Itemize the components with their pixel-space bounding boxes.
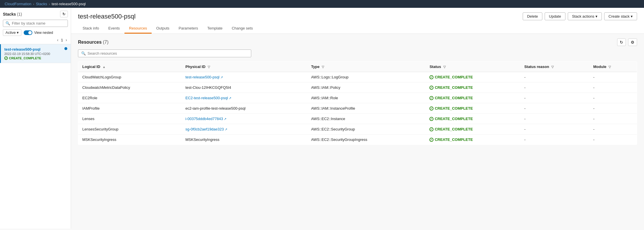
col-status-label: Status [429,65,441,69]
cell-status: ✓CREATE_COMPLETE [425,103,520,114]
sort-icon-status-reason: ▽ [551,65,554,69]
tab-resources[interactable]: Resources [124,24,152,34]
chevron-down-icon: ▾ [17,30,19,35]
status-text: CREATE_COMPLETE [435,127,473,131]
sidebar-search-icon: 🔍 [5,21,10,25]
tab-outputs[interactable]: Outputs [152,24,174,34]
status-complete-icon: ✓ [429,96,433,100]
stack-item-status: CREATE_COMPLETE [4,56,67,60]
cell-type: AWS::IAM::InstanceProfile [307,103,425,114]
table-row: LensesSecurityGroupsg-0f0cb2aef19dae323↗… [78,124,637,135]
sidebar-title: Stacks (1) [3,12,22,16]
physical-id-link[interactable]: test-release500-psql [185,75,219,79]
pagination-next-button[interactable]: › [65,38,68,42]
col-type-label: Type [311,65,319,69]
status-text: CREATE_COMPLETE [435,137,473,142]
cell-logical-id: LensesSecurityGroup [78,124,181,135]
col-header-logical-id[interactable]: Logical ID ▲ [78,62,181,72]
sidebar-filter-row: Active ▾ View nested [3,29,68,36]
table-row: CloudwatchMetricDataPolicytest-Clou-12IH… [78,82,637,93]
status-complete-icon: ✓ [429,86,433,90]
cell-status-reason: - [520,103,589,114]
panel-actions: ↻ ⚙ [617,38,637,46]
cell-status-reason: - [520,72,589,82]
view-nested-label: View nested [34,31,53,35]
stack-list-item[interactable]: test-release500-psql 2022-02-19 15:58:30… [0,44,71,63]
sidebar-search-input[interactable] [12,21,65,25]
cell-physical-id[interactable]: test-release500-psql↗ [181,72,307,82]
col-header-status[interactable]: Status ▽ [425,62,520,72]
cell-type: AWS::IAM::Role [307,93,425,103]
table-row: CloudWatchLogsGrouptest-release500-psql↗… [78,72,637,82]
resources-search-input[interactable] [88,51,248,56]
resources-table-body: CloudWatchLogsGrouptest-release500-psql↗… [78,72,637,145]
col-header-physical-id[interactable]: Physical ID ▽ [181,62,307,72]
cell-status-reason: - [520,82,589,93]
cell-physical-id[interactable]: i-00375dddb4ed77843↗ [181,114,307,124]
cell-physical-id[interactable]: sg-0f0cb2aef19dae323↗ [181,124,307,135]
tab-events[interactable]: Events [104,24,124,34]
resources-settings-button[interactable]: ⚙ [628,38,637,46]
pagination-prev-button[interactable]: ‹ [56,38,59,42]
tab-change-sets[interactable]: Change sets [227,24,257,34]
stack-item-name: test-release500-psql [4,47,67,51]
sidebar-title-text: Stacks [3,12,16,16]
breadcrumb-stacks[interactable]: Stacks [36,2,47,6]
status-complete-icon: ✓ [429,117,433,121]
col-header-module[interactable]: Module ▽ [589,62,637,72]
cell-physical-id: ec2-iam-profile-test-release500-psql [181,103,307,114]
table-row: Lensesi-00375dddb4ed77843↗AWS::EC2::Inst… [78,114,637,124]
status-text: CREATE_COMPLETE [435,117,473,121]
external-link-icon: ↗ [224,117,226,121]
update-button[interactable]: Update [545,12,565,20]
cell-status-reason: - [520,114,589,124]
cell-logical-id: Lenses [78,114,181,124]
cell-module: - [589,93,637,103]
table-row: MSKSecurityIngressMSKSecurityIngressAWS:… [78,135,637,145]
toggle-knob [28,31,32,34]
tab-parameters[interactable]: Parameters [174,24,203,34]
cell-logical-id: EC2Role [78,93,181,103]
create-stack-chevron-icon: ▾ [631,14,633,19]
status-text: CREATE_COMPLETE [435,75,473,79]
breadcrumb-sep-1: › [33,2,34,6]
view-nested-toggle[interactable] [24,30,32,35]
col-module-label: Module [593,65,606,69]
external-link-icon: ↗ [220,76,223,79]
physical-id-link[interactable]: EC2-test-release500-psql [185,96,228,100]
panel-title-row: Resources (7) ↻ ⚙ [78,38,637,46]
stack-actions-button[interactable]: Stack actions ▾ [568,12,602,20]
status-text: CREATE_COMPLETE [435,96,473,100]
sidebar-refresh-button[interactable]: ↻ [60,11,68,17]
breadcrumb-cloudformation[interactable]: CloudFormation [5,2,31,6]
physical-id-link[interactable]: i-00375dddb4ed77843 [185,117,223,121]
view-nested-toggle-row: View nested [24,30,53,35]
panel-title: Resources (7) [78,40,109,45]
cell-module: - [589,114,637,124]
resources-refresh-button[interactable]: ↻ [617,38,626,46]
stack-item-date: 2022-02-19 15:58:30 UTC+0200 [4,52,67,56]
status-text: CREATE_COMPLETE [435,85,473,90]
col-physical-id-label: Physical ID [185,65,205,69]
col-header-type[interactable]: Type ▽ [307,62,425,72]
main-content: test-release500-psql Delete Update Stack… [71,8,644,229]
sidebar-header: Stacks (1) ↻ 🔍 Active ▾ View nested [0,8,71,44]
sidebar-active-filter[interactable]: Active ▾ [3,29,21,36]
breadcrumb-sep-2: › [49,2,50,6]
cell-logical-id: MSKSecurityIngress [78,135,181,145]
external-link-icon: ↗ [229,96,231,100]
physical-id-link[interactable]: sg-0f0cb2aef19dae323 [185,127,224,131]
sidebar-title-row: Stacks (1) ↻ [3,11,68,17]
col-status-reason-label: Status reason [524,65,549,69]
cell-module: - [589,135,637,145]
cell-status-reason: - [520,135,589,145]
main-title-row: test-release500-psql Delete Update Stack… [78,12,637,20]
status-complete-icon: ✓ [429,127,433,131]
tab-stack-info[interactable]: Stack info [78,24,104,34]
col-header-status-reason[interactable]: Status reason ▽ [520,62,589,72]
delete-button[interactable]: Delete [523,12,542,20]
cell-physical-id[interactable]: EC2-test-release500-psql↗ [181,93,307,103]
external-link-icon: ↗ [225,128,227,131]
tab-template[interactable]: Template [203,24,227,34]
create-stack-button[interactable]: Create stack ▾ [604,12,637,20]
